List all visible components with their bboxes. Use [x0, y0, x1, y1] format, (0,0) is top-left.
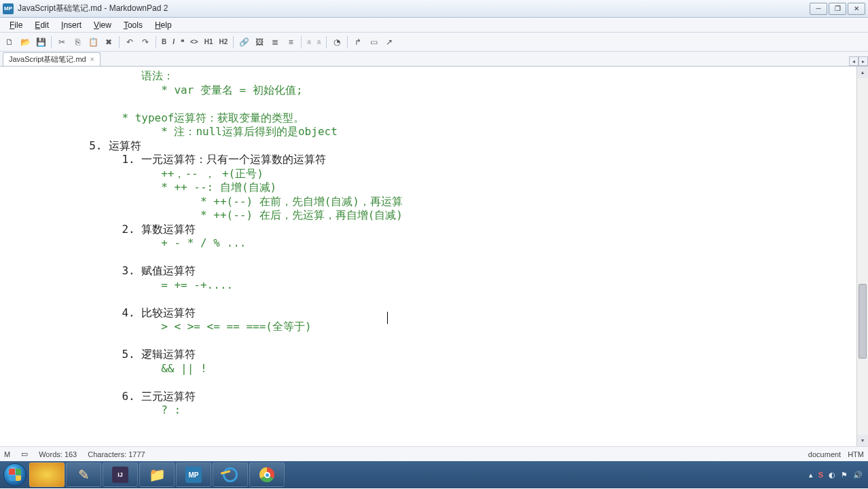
vertical-scrollbar[interactable]: ▴ ▾	[856, 67, 868, 446]
separator	[156, 36, 156, 48]
menu-tools[interactable]: Tools	[118, 19, 148, 31]
window-controls: ─ ❐ ✕	[810, 3, 865, 15]
code-line[interactable]: 6. 流程控制语句	[4, 446, 864, 447]
minimize-button[interactable]: ─	[810, 3, 827, 15]
tab-label: JavaScript基础笔记.md	[9, 54, 86, 65]
preview-icon[interactable]: ▭	[367, 35, 380, 49]
scroll-up-icon[interactable]: ▴	[857, 67, 868, 78]
undo-icon[interactable]: ↶	[123, 35, 137, 49]
code-line[interactable]: = += -+....	[4, 278, 864, 293]
copy-icon[interactable]: ⎘	[71, 35, 84, 49]
code-line[interactable]: && || !	[4, 362, 864, 376]
code-icon[interactable]: <>	[188, 35, 200, 49]
code-line[interactable]: 5. 运算符	[4, 139, 864, 153]
status-htm: HTM	[848, 450, 864, 458]
tab-close-icon[interactable]: ×	[90, 56, 94, 63]
taskbar-app-2[interactable]: ✎	[66, 463, 101, 487]
taskbar-app-chrome[interactable]	[249, 463, 285, 487]
tray-arrow-icon[interactable]: ▴	[809, 471, 813, 479]
tray-icon-1[interactable]: S	[818, 471, 823, 479]
code-line[interactable]: 1. 一元运算符：只有一个运算数的运算符	[4, 153, 864, 167]
new-file-icon[interactable]: 🗋	[3, 35, 16, 49]
code-line[interactable]	[4, 418, 864, 432]
code-line[interactable]: 5. 逻辑运算符	[4, 348, 864, 362]
taskbar-app-ie[interactable]	[213, 463, 248, 487]
code-line[interactable]: + - * / % ...	[4, 236, 864, 251]
browser-icon[interactable]: ↗	[382, 35, 396, 49]
tab-active[interactable]: JavaScript基础笔记.md ×	[3, 52, 101, 66]
code-line[interactable]	[4, 431, 864, 446]
image-icon[interactable]: 🖼	[253, 35, 266, 49]
taskbar-app-1[interactable]	[29, 463, 65, 487]
scroll-thumb[interactable]	[858, 284, 867, 359]
status-m-icon: M	[4, 450, 10, 458]
code-line[interactable]: * typeof运算符：获取变量的类型。	[4, 111, 864, 126]
code-line[interactable]	[4, 376, 864, 390]
cut-icon[interactable]: ✂	[55, 35, 69, 49]
menu-view[interactable]: View	[88, 19, 117, 31]
status-book-icon: ▭	[21, 450, 28, 458]
taskbar-app-explorer[interactable]: 📁	[139, 463, 175, 487]
code-line[interactable]: 3. 赋值运算符	[4, 264, 864, 278]
code-line[interactable]: * ++(--) 在前，先自增(自减)，再运算	[4, 195, 864, 209]
tray-volume-icon[interactable]: 🔊	[853, 471, 863, 479]
code-line[interactable]: 4. 比较运算符	[4, 306, 864, 321]
taskbar-app-markdownpad[interactable]: MP	[176, 463, 211, 487]
code-line[interactable]: * 注：null运算后得到的是object	[4, 125, 864, 139]
status-document: document	[808, 450, 841, 458]
maximize-button[interactable]: ❐	[829, 3, 846, 15]
quote-icon[interactable]: ❝	[179, 35, 186, 49]
h2-button[interactable]: H2	[217, 35, 230, 49]
italic-icon[interactable]: I	[170, 35, 177, 49]
window-title: JavaScript基础笔记.md - MarkdownPad 2	[18, 3, 810, 14]
scroll-down-icon[interactable]: ▾	[857, 435, 868, 446]
tray-icon-2[interactable]: ◐	[829, 471, 835, 479]
status-bar: M ▭ Words: 163 Characters: 1777 document…	[0, 446, 868, 461]
h1-button[interactable]: H1	[202, 35, 215, 49]
start-button[interactable]	[1, 461, 29, 488]
code-line[interactable]	[4, 251, 864, 265]
code-line[interactable]: * var 变量名 = 初始化值;	[4, 84, 864, 98]
tab-next-icon[interactable]: ▸	[858, 56, 868, 66]
tray-icon-3[interactable]: ⚑	[841, 471, 848, 479]
editor-content[interactable]: 语法： * var 变量名 = 初始化值; * typeof运算符：获取变量的类…	[0, 67, 868, 446]
tab-nav: ◂ ▸	[849, 56, 868, 66]
open-file-icon[interactable]: 📂	[18, 35, 32, 49]
separator	[233, 36, 234, 48]
code-line[interactable]: 2. 算数运算符	[4, 223, 864, 237]
tab-prev-icon[interactable]: ◂	[849, 56, 858, 66]
close-button[interactable]: ✕	[848, 3, 865, 15]
code-line[interactable]: ? :	[4, 403, 864, 418]
code-line[interactable]	[4, 97, 864, 111]
font-a1-icon[interactable]: a	[305, 35, 313, 49]
menu-edit[interactable]: Edit	[29, 19, 54, 31]
code-line[interactable]: ++，-- ， +(正号)	[4, 167, 864, 181]
separator	[119, 36, 120, 48]
save-icon[interactable]: 💾	[34, 35, 48, 49]
font-a2-icon[interactable]: a	[315, 35, 323, 49]
separator	[51, 36, 52, 48]
taskbar-app-intellij[interactable]: IJ	[103, 463, 138, 487]
code-line[interactable]	[4, 334, 864, 348]
code-line[interactable]: * ++ --: 自增(自减)	[4, 181, 864, 195]
delete-icon[interactable]: ✖	[102, 35, 115, 49]
menu-help[interactable]: Help	[149, 19, 177, 31]
menu-file[interactable]: File	[4, 19, 28, 31]
redo-icon[interactable]: ↷	[139, 35, 152, 49]
code-line[interactable]: > < >= <= == ===(全等于)	[4, 320, 864, 334]
ol-list-icon[interactable]: ≡	[284, 35, 297, 49]
export-icon[interactable]: ↱	[351, 35, 365, 49]
toolbar: 🗋 📂 💾 ✂ ⎘ 📋 ✖ ↶ ↷ B I ❝ <> H1 H2 🔗 🖼 ≣ ≡…	[0, 33, 868, 52]
ul-list-icon[interactable]: ≣	[268, 35, 282, 49]
code-line[interactable]: 语法：	[4, 69, 864, 84]
code-line[interactable]	[4, 292, 864, 306]
menu-insert[interactable]: Insert	[56, 19, 87, 31]
system-tray: ▴ S ◐ ⚑ 🔊	[809, 471, 867, 479]
editor-pane[interactable]: 语法： * var 变量名 = 初始化值; * typeof运算符：获取变量的类…	[0, 67, 868, 446]
code-line[interactable]: * ++(--) 在后，先运算，再自增(自减)	[4, 209, 864, 223]
code-line[interactable]: 6. 三元运算符	[4, 390, 864, 404]
paste-icon[interactable]: 📋	[86, 35, 100, 49]
timestamp-icon[interactable]: ◔	[330, 35, 344, 49]
link-icon[interactable]: 🔗	[237, 35, 251, 49]
bold-icon[interactable]: B	[160, 35, 168, 49]
